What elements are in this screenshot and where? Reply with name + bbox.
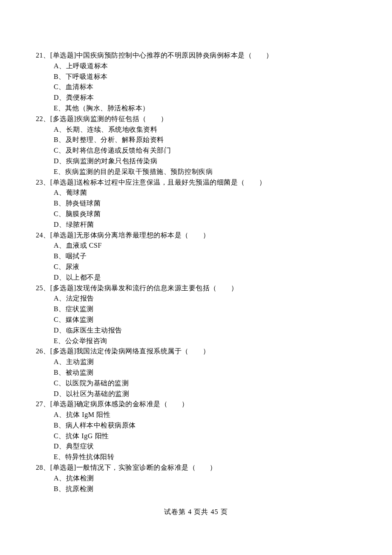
question-option: D、临床医生主动报告 [36,325,356,336]
question-option: B、下呼吸道标本 [36,72,356,82]
question-type: [单选题] [50,400,76,408]
question-option: B、咽拭子 [36,251,356,262]
question-option: A、法定报告 [36,293,356,304]
question-option: E、公众举报咨询 [36,336,356,347]
page-number-text: 试卷第 4 页共 45 页 [164,508,228,516]
question-option: B、被动监测 [36,367,356,378]
question-type: [单选题] [50,231,76,239]
question-stem: 23、[单选题]送检标本过程中应注意保温，且最好先预温的细菌是（ ） [36,177,356,188]
question-option: A、葡球菌 [36,188,356,198]
question-text: 中国疾病预防控制中心推荐的不明原因肺炎病例标本是（ ） [76,52,273,59]
question-stem: 24、[单选题]无形体病分离培养最理想的标本是（ ） [36,230,356,241]
question-option: D、以上都不是 [36,272,356,283]
question-text: 我国法定传染病网络直报系统属于（ ） [76,347,210,355]
question-number: 23、 [36,179,50,186]
question-option: C、尿液 [36,262,356,272]
exam-page: 21、[单选题]中国疾病预防控制中心推荐的不明原因肺炎病例标本是（ ）A、上呼吸… [0,0,392,511]
question-number: 25、 [36,284,50,292]
question-text: 无形体病分离培养最理想的标本是（ ） [76,231,210,239]
question-option: C、抗体 IgG 阳性 [36,431,356,442]
question-stem: 25、[多选题]发现传染病暴发和流行的信息来源主要包括（ ） [36,283,356,294]
question-number: 27、 [36,400,50,408]
question-option: A、主动监测 [36,357,356,367]
question-option: E、其他（胸水、肺活检标本） [36,103,356,114]
question-stem: 26、[多选题]我国法定传染病网络直报系统属于（ ） [36,346,356,357]
question-number: 26、 [36,347,50,355]
question-stem: 27、[单选题]确定病原体感染的金标准是（ ） [36,399,356,410]
question-option: C、血清标本 [36,82,356,92]
question-option: B、病人样本中检获病原体 [36,420,356,431]
question-option: B、症状监测 [36,304,356,315]
question-text: 一般情况下，实验室诊断的金标准是（ ） [76,464,217,471]
question-option: A、长期、连续、系统地收集资料 [36,124,356,135]
question-text: 发现传染病暴发和流行的信息来源主要包括（ ） [76,284,238,292]
question-text: 送检标本过程中应注意保温，且最好先预温的细菌是（ ） [76,179,266,186]
question-text: 确定病原体感染的金标准是（ ） [76,400,189,408]
question-number: 21、 [36,52,50,59]
question-option: A、上呼吸道标本 [36,61,356,72]
question-number: 24、 [36,231,50,239]
question-option: C、脑膜炎球菌 [36,209,356,220]
question-option: A、抗体检测 [36,473,356,484]
question-type: [单选题] [50,464,76,471]
question-option: A、抗体 IgM 阳性 [36,410,356,420]
page-footer: 试卷第 4 页共 45 页 [0,507,392,517]
question-number: 22、 [36,115,50,123]
question-type: [单选题] [50,52,76,59]
question-option: C、以医院为基础的监测 [36,378,356,389]
question-option: E、疾病监测的目的是采取干预措施、预防控制疾病 [36,167,356,177]
question-stem: 22、[多选题]疾病监测的特征包括（ ） [36,114,356,124]
question-type: [多选题] [50,347,76,355]
question-option: B、抗原检测 [36,484,356,494]
question-option: D、典型症状 [36,441,356,452]
question-option: D、绿脓杆菌 [36,220,356,230]
question-option: C、媒体监测 [36,315,356,325]
question-stem: 28、[单选题]一般情况下，实验室诊断的金标准是（ ） [36,462,356,473]
question-option: D、以社区为基础的监测 [36,389,356,399]
question-type: [多选题] [50,115,76,123]
question-text: 疾病监测的特征包括（ ） [76,115,168,123]
question-stem: 21、[单选题]中国疾病预防控制中心推荐的不明原因肺炎病例标本是（ ） [36,50,356,61]
questions-container: 21、[单选题]中国疾病预防控制中心推荐的不明原因肺炎病例标本是（ ）A、上呼吸… [36,50,356,494]
question-option: C、及时将信息传递或反馈给有关部门 [36,145,356,156]
question-option: A、血液或 CSF [36,240,356,251]
question-option: D、疾病监测的对象只包括传染病 [36,156,356,167]
question-type: [多选题] [50,284,76,292]
question-number: 28、 [36,464,50,471]
question-option: B、及时整理、分析、解释原始资料 [36,135,356,145]
question-type: [单选题] [50,179,76,186]
question-option: D、粪便标本 [36,92,356,103]
question-option: E、特异性抗体阳转 [36,452,356,462]
question-option: B、肺炎链球菌 [36,198,356,209]
